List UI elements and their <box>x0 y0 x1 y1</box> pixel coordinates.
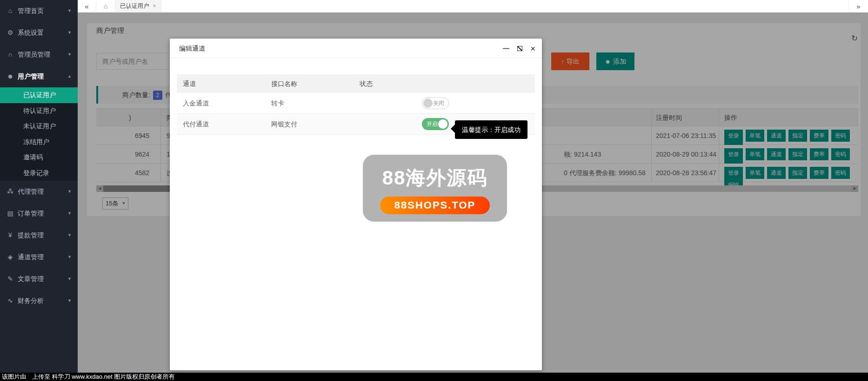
user-management-submenu: 已认证用户 待认证用户 未认证用户 冻结用户 邀请码 登录记录 <box>0 87 78 181</box>
col-header-interface: 接口名称 <box>271 74 297 93</box>
home-tab-icon[interactable]: ⌂ <box>96 0 115 12</box>
minimize-icon[interactable]: — <box>503 45 509 52</box>
sidebar-item-withdraw-management[interactable]: ¥ 提款管理 <box>0 224 78 246</box>
headset-icon: ∩ <box>6 44 14 66</box>
channel-row-deposit: 入金通道 转卡 关闭 <box>177 93 535 114</box>
sidebar-item-label: 系统设置 <box>18 29 44 36</box>
deposit-channel-toggle[interactable]: 关闭 <box>422 97 449 109</box>
sidebar-item-channel-management[interactable]: ◈ 通道管理 <box>0 246 78 268</box>
watermark-domain-pill: 88SHOPS.TOP <box>380 197 490 214</box>
sidebar-item-label: 通道管理 <box>18 253 44 261</box>
tab-close-icon[interactable]: × <box>153 3 156 9</box>
sidebar-item-user-management[interactable]: ☻ 用户管理 <box>0 66 78 87</box>
modal-title: 编辑通道 <box>179 39 205 58</box>
sidebar-collapse-button[interactable]: « <box>78 0 96 12</box>
toggle-knob <box>438 119 447 129</box>
chevron-down-icon <box>67 268 72 290</box>
tab-overflow-button[interactable]: » <box>848 0 868 12</box>
withdraw-icon: ¥ <box>6 224 14 246</box>
sidebar-item-login-records[interactable]: 登录记录 <box>0 165 78 181</box>
app-window: ⌂ 管理首页 ⚙ 系统设置 ∩ 管理员管理 ☻ 用户管理 已认证用户 待认证用户… <box>0 0 868 381</box>
close-icon[interactable]: × <box>530 44 535 53</box>
sidebar-item-invite-codes[interactable]: 邀请码 <box>0 150 78 165</box>
chevron-down-icon <box>67 224 72 246</box>
sidebar-item-order-management[interactable]: ▤ 订单管理 <box>0 203 78 224</box>
cell-channel: 代付通道 <box>183 114 209 135</box>
toggle-label: 关闭 <box>433 100 444 106</box>
sidebar-item-home[interactable]: ⌂ 管理首页 <box>0 0 78 22</box>
sidebar-item-label: 管理员管理 <box>18 51 50 58</box>
tab-verified-users[interactable]: 已认证用户 × <box>115 0 161 12</box>
chevron-down-icon <box>67 203 72 224</box>
chevron-down-icon <box>67 246 72 268</box>
chevron-down-icon <box>67 44 72 66</box>
cell-interface: 转卡 <box>271 93 284 114</box>
top-tab-bar: « ⌂ 已认证用户 × » <box>78 0 868 13</box>
tab-bar-spacer <box>161 0 848 12</box>
sidebar-item-frozen-users[interactable]: 冻结用户 <box>0 134 78 150</box>
payout-channel-toggle[interactable]: 开启 <box>422 118 449 130</box>
article-icon: ✎ <box>6 268 14 290</box>
sidebar-item-unverified-users[interactable]: 未认证用户 <box>0 118 78 134</box>
sidebar-item-system-settings[interactable]: ⚙ 系统设置 <box>0 22 78 44</box>
chevron-up-icon <box>67 66 72 87</box>
sidebar-item-label: 订单管理 <box>18 210 44 217</box>
sidebar-item-pending-users[interactable]: 待认证用户 <box>0 103 78 119</box>
sidebar-item-verified-users[interactable]: 已认证用户 <box>0 87 78 103</box>
chevron-down-icon <box>67 181 72 203</box>
channel-table-header: 通道 接口名称 状态 <box>177 74 535 93</box>
tab-label: 已认证用户 <box>120 2 149 10</box>
chevron-down-icon <box>67 290 72 312</box>
watermark-title: 88海外源码 <box>363 165 507 191</box>
chevron-down-icon <box>67 22 72 44</box>
sidebar-item-agent-management[interactable]: ⁂ 代理管理 <box>0 181 78 203</box>
toast-tooltip: 温馨提示：开启成功 <box>455 120 527 139</box>
order-icon: ▤ <box>6 203 14 224</box>
toggle-knob <box>423 99 433 108</box>
maximize-icon[interactable] <box>517 46 522 51</box>
user-icon: ☻ <box>6 66 14 87</box>
col-header-channel: 通道 <box>183 74 196 93</box>
agent-icon: ⁂ <box>6 181 14 203</box>
sidebar-item-article-management[interactable]: ✎ 文章管理 <box>0 268 78 290</box>
sidebar-item-label: 文章管理 <box>18 275 44 282</box>
modal-header[interactable]: 编辑通道 — × <box>170 39 542 58</box>
toggle-label: 开启 <box>427 121 438 127</box>
gear-icon: ⚙ <box>6 22 14 44</box>
chevron-down-icon <box>67 0 72 22</box>
image-credit-bar: 该图片由 上传至 科学刀 www.kxdao.net 图片版权归原创者所有 <box>0 373 868 381</box>
cell-interface: 网银支付 <box>271 114 297 135</box>
sidebar-item-finance-analysis[interactable]: ∿ 财务分析 <box>0 290 78 312</box>
sidebar-item-admin-management[interactable]: ∩ 管理员管理 <box>0 44 78 66</box>
sidebar-item-label: 财务分析 <box>18 297 44 304</box>
finance-icon: ∿ <box>6 290 14 312</box>
sidebar-item-label: 提款管理 <box>18 231 44 239</box>
col-header-status: 状态 <box>360 74 373 93</box>
channel-icon: ◈ <box>6 246 14 268</box>
home-icon: ⌂ <box>6 0 14 22</box>
cell-channel: 入金通道 <box>183 93 209 114</box>
sidebar-item-label: 代理管理 <box>18 188 44 195</box>
watermark: 88海外源码 88SHOPS.TOP <box>363 155 507 222</box>
sidebar-item-label: 用户管理 <box>18 72 44 80</box>
sidebar: ⌂ 管理首页 ⚙ 系统设置 ∩ 管理员管理 ☻ 用户管理 已认证用户 待认证用户… <box>0 0 78 381</box>
sidebar-item-label: 管理首页 <box>18 7 44 14</box>
